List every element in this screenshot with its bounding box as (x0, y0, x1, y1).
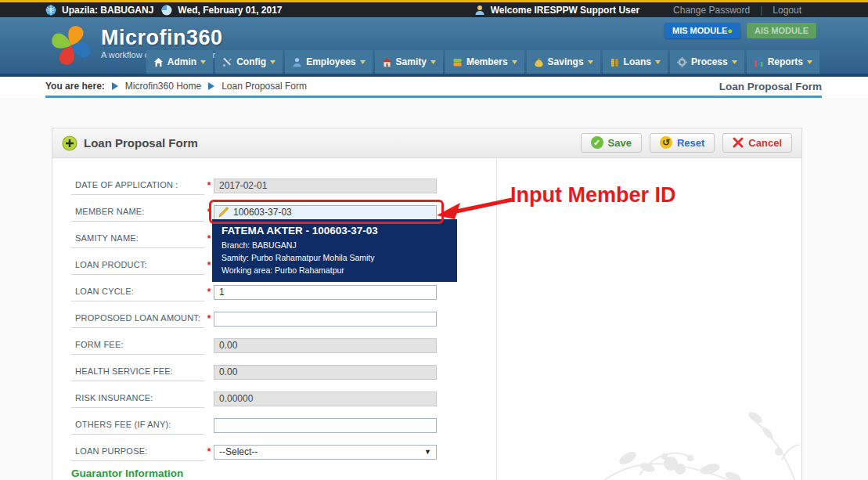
form-body: DATE OF APPLICATION : * MEMBER NAME: * S… (52, 158, 801, 480)
coins-icon (610, 57, 620, 67)
breadcrumb-arrow-icon (208, 82, 214, 90)
floral-decoration (741, 405, 800, 480)
main-nav: Admin Config Employees Samity Members Sa… (146, 50, 819, 74)
check-icon: ✓ (591, 136, 603, 149)
field-label: MEMBER NAME: (75, 207, 145, 216)
chevron-down-icon (588, 60, 593, 64)
suggestion-samity: Samity: Purbo Rahamatpur Mohila Samity (222, 253, 448, 262)
required-asterisk: * (204, 313, 214, 324)
loan-purpose-select[interactable]: --Select-- ▼ (214, 445, 437, 460)
house-icon (382, 57, 392, 67)
page-title: Loan Proposal Form (719, 81, 822, 92)
ais-module-button[interactable]: AIS MODULE (747, 23, 816, 38)
required-asterisk: * (204, 287, 214, 298)
member-id-input[interactable] (214, 205, 437, 220)
field-row-others-fee: OTHERS FEE (IF ANY): (52, 412, 496, 438)
required-asterisk: * (204, 180, 214, 191)
nav-item-process[interactable]: Process (670, 50, 744, 74)
tools-icon (222, 57, 232, 67)
field-label: HEALTH SERVICE FEE: (75, 366, 173, 376)
risk-insurance-input (214, 392, 437, 406)
field-row-health-service-fee: HEALTH SERVICE FEE: (52, 359, 496, 385)
user-icon (474, 5, 485, 16)
field-label: SAMITY NAME: (75, 233, 139, 243)
chevron-down-icon (430, 60, 436, 64)
field-label: OTHERS FEE (IF ANY): (75, 420, 171, 429)
field-label: DATE OF APPLICATION : (75, 180, 178, 189)
health-service-fee-input (214, 365, 437, 380)
cancel-button[interactable]: Cancel (722, 133, 792, 153)
breadcrumb-bar: You are here: Microfin360 Home Loan Prop… (0, 77, 868, 98)
pencil-icon (218, 207, 229, 218)
date-label: Wed, February 01, 2017 (178, 5, 282, 16)
reset-button[interactable]: ↺ Reset (650, 133, 715, 153)
member-suggestion-popup[interactable]: FATEMA AKTER - 100603-37-03 Branch: BABU… (212, 219, 457, 282)
proposed-loan-amount-input[interactable] (214, 312, 437, 327)
suggestion-working-area: Working area: Purbo Rahamatpur (222, 265, 448, 275)
form-title: Loan Proposal Form (84, 136, 198, 150)
bar-chart-icon (754, 57, 764, 67)
nav-item-members[interactable]: Members (445, 50, 524, 74)
x-icon (733, 137, 744, 148)
select-caret-icon: ▼ (424, 448, 431, 456)
plus-icon[interactable] (62, 135, 77, 151)
nav-item-admin[interactable]: Admin (146, 50, 213, 74)
nav-item-savings[interactable]: Savings (527, 50, 600, 74)
field-row-date-of-application: DATE OF APPLICATION : * (52, 172, 496, 199)
active-module-dot-icon: ● (727, 26, 733, 35)
logout-link[interactable]: Logout (773, 5, 801, 16)
field-row-loan-purpose: LOAN PURPOSE: * --Select-- ▼ (52, 438, 496, 465)
chevron-down-icon (512, 60, 517, 64)
annotation-arrow-icon (435, 193, 517, 222)
annotation-text: Input Member ID (510, 183, 676, 208)
field-label: RISK INSURANCE: (75, 393, 153, 402)
welcome-user-label: Welcome IRESPPW Support User (491, 5, 639, 16)
nav-item-samity[interactable]: Samity (375, 50, 443, 74)
chevron-down-icon (807, 60, 812, 64)
panel-header: Loan Proposal Form ✓ Save ↺ Reset Cancel (52, 128, 801, 158)
field-row-loan-cycle: LOAN CYCLE: * (52, 279, 496, 305)
form-fee-input (214, 338, 437, 353)
field-row-proposed-loan-amount: PROPOSOED LOAN AMOUNT: * (52, 305, 496, 332)
field-row-risk-insurance: RISK INSURANCE: (52, 385, 496, 412)
nav-item-reports[interactable]: Reports (747, 50, 819, 74)
floral-decoration (592, 420, 788, 480)
topbar-separator: | (760, 5, 762, 16)
mis-module-button[interactable]: MIS MODULE● (665, 23, 740, 38)
top-status-bar: Upazila: BABUGANJ Wed, February 01, 2017… (0, 0, 868, 17)
members-box-icon (452, 57, 463, 67)
person-icon (292, 57, 302, 67)
brand-name: Microfin360 (101, 26, 223, 50)
chevron-down-icon (732, 60, 737, 64)
chevron-down-icon (200, 60, 206, 64)
nav-item-config[interactable]: Config (215, 50, 283, 74)
save-button[interactable]: ✓ Save (581, 133, 642, 153)
breadcrumb-current: Loan Proposal Form (222, 81, 307, 92)
suggestion-member-title: FATEMA AKTER - 100603-37-03 (222, 225, 448, 236)
loan-proposal-panel: Loan Proposal Form ✓ Save ↺ Reset Cancel… (52, 128, 802, 480)
loan-purpose-selected-value: --Select-- (219, 446, 258, 457)
money-bag-icon (534, 57, 544, 67)
suggestion-branch: Branch: BABUGANJ (222, 240, 448, 250)
app-header: Microfin360 A workflow driven MFI soluti… (0, 17, 868, 74)
breadcrumb-arrow-icon (112, 82, 118, 90)
breadcrumb-home-link[interactable]: Microfin360 Home (125, 81, 201, 92)
gear-icon (677, 57, 687, 67)
field-label: LOAN CYCLE: (75, 287, 134, 296)
upazila-label: Upazila: BABUGANJ (62, 5, 153, 16)
globe-icon (45, 5, 56, 16)
change-password-link[interactable]: Change Password (673, 5, 750, 16)
required-asterisk: * (204, 446, 214, 457)
field-label: LOAN PURPOSE: (75, 446, 147, 456)
required-asterisk: * (204, 207, 214, 218)
others-fee-input[interactable] (214, 418, 437, 433)
chevron-down-icon (270, 60, 276, 64)
reset-arrow-icon: ↺ (660, 136, 672, 149)
field-label: PROPOSOED LOAN AMOUNT: (75, 313, 200, 323)
field-label: FORM FEE: (75, 340, 124, 349)
guarantor-section-heading: Guarantor Information (71, 467, 183, 479)
nav-item-employees[interactable]: Employees (285, 50, 372, 74)
loan-cycle-input[interactable] (214, 285, 437, 300)
nav-item-loans[interactable]: Loans (603, 50, 668, 74)
clock-icon (161, 5, 172, 16)
